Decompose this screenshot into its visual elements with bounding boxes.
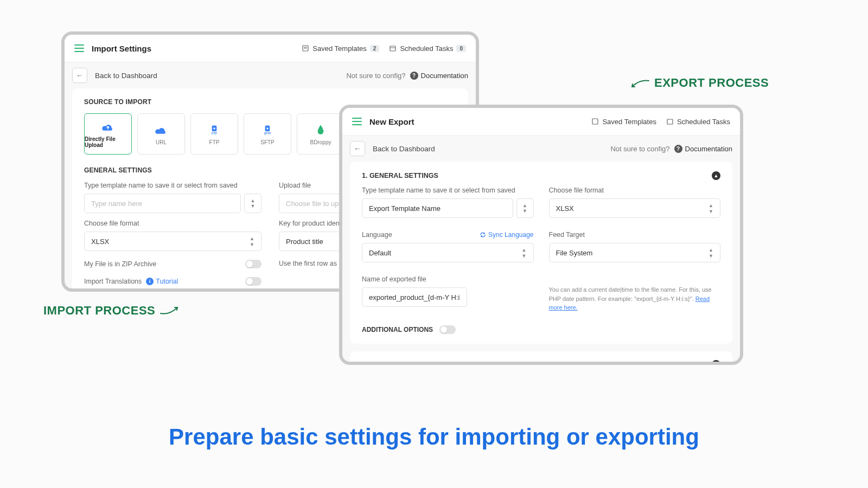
feed-target-label: Feed Target: [549, 231, 721, 239]
filename-helper: You can add a current date|time to the f…: [549, 285, 721, 312]
back-label[interactable]: Back to Dashboard: [95, 72, 157, 80]
section-1-label: 1. GENERAL SETTINGS: [362, 172, 438, 179]
export-title: New Export: [369, 117, 414, 126]
zip-toggle[interactable]: [245, 260, 261, 268]
collapse-button[interactable]: ▲: [712, 171, 720, 180]
back-button[interactable]: ←: [350, 141, 365, 156]
templates-count-badge: 2: [370, 45, 380, 52]
documentation-link[interactable]: ? Documentation: [674, 145, 732, 153]
help-icon: ?: [674, 145, 682, 153]
sync-icon: [480, 232, 486, 238]
source-direct-upload[interactable]: Directly File Upload: [84, 113, 132, 155]
template-icon: [591, 118, 599, 125]
template-dropdown-button[interactable]: ▲▼: [244, 194, 261, 213]
import-subbar: ← Back to Dashboard Not sure to config? …: [65, 62, 476, 88]
export-topbar: New Export Saved Templates Scheduled Tas…: [342, 108, 740, 136]
tasks-count-badge: 0: [456, 45, 466, 52]
filename-label: Name of exported file: [362, 275, 534, 283]
export-annotation: EXPORT PROCESS: [628, 76, 769, 90]
svg-rect-8: [592, 119, 598, 124]
import-annotation: IMPORT PROCESS: [43, 304, 181, 318]
template-name-input[interactable]: [84, 194, 241, 213]
sftp-icon: SFTP: [260, 123, 275, 135]
svg-point-6: [266, 127, 268, 129]
source-bdroppy[interactable]: BDroppy: [297, 113, 344, 155]
svg-point-3: [213, 127, 215, 129]
menu-icon[interactable]: [352, 118, 362, 125]
source-ftp[interactable]: FTP FTP: [190, 113, 238, 155]
additional-options-label: ADDITIONAL OPTIONS: [362, 326, 433, 333]
export-template-input[interactable]: [362, 198, 513, 218]
scheduled-tasks-link[interactable]: Scheduled Tasks 0: [389, 44, 466, 53]
menu-icon[interactable]: [74, 44, 84, 52]
tutorial-link[interactable]: Tutorial: [156, 278, 178, 285]
export-panel: New Export Saved Templates Scheduled Tas…: [339, 105, 743, 365]
bdroppy-icon: [314, 123, 328, 135]
config-hint: Not sure to config?: [346, 72, 405, 80]
cloud-link-icon: [154, 123, 168, 135]
arrow-icon: [628, 78, 650, 88]
zip-archive-label: My File is in ZIP Archive: [84, 260, 156, 268]
source-sftp[interactable]: SFTP SFTP: [244, 113, 291, 155]
arrow-icon: [159, 305, 181, 316]
sync-language-link[interactable]: Sync Language: [480, 231, 533, 239]
svg-rect-9: [667, 119, 673, 124]
help-icon: ?: [410, 72, 418, 80]
language-select[interactable]: Default ▲▼: [362, 243, 534, 262]
svg-rect-1: [390, 46, 395, 51]
source-url[interactable]: URL: [137, 113, 185, 155]
template-name-label: Type template name to save it or select …: [84, 182, 261, 189]
feed-target-select[interactable]: File System ▲▼: [549, 243, 721, 262]
calendar-icon: [666, 118, 674, 125]
import-title: Import Settings: [92, 44, 151, 53]
filename-input[interactable]: [362, 287, 467, 307]
chevron-icon: ▲▼: [522, 247, 527, 259]
documentation-link[interactable]: ? Documentation: [410, 72, 468, 80]
chevron-icon: ▲▼: [709, 247, 713, 259]
file-format-label: Choose file format: [84, 220, 261, 227]
headline: Prepare basic settings for importing or …: [0, 424, 868, 450]
language-label: Language: [362, 231, 392, 239]
export-format-select[interactable]: XLSX ▲▼: [549, 198, 721, 218]
ftp-icon: FTP: [207, 123, 221, 135]
saved-templates-link[interactable]: Saved Templates 2: [302, 44, 379, 53]
chevron-icon: ▲▼: [250, 236, 254, 247]
config-hint: Not sure to config?: [610, 145, 669, 153]
section-2-card[interactable]: 2. FILTER BY PRODUCTS (COLUMN FILTER) ▼: [350, 351, 732, 365]
saved-templates-link[interactable]: Saved Templates: [591, 118, 656, 126]
back-button[interactable]: ←: [72, 68, 87, 83]
export-subbar: ← Back to Dashboard Not sure to config? …: [342, 136, 740, 162]
import-translations-label: Import Translations: [84, 278, 142, 285]
template-dropdown-button[interactable]: ▲▼: [516, 198, 534, 218]
template-icon: [302, 44, 309, 52]
svg-text:SFTP: SFTP: [264, 132, 271, 134]
back-label[interactable]: Back to Dashboard: [373, 145, 435, 153]
file-format-select[interactable]: XLSX ▲▼: [84, 232, 261, 251]
cloud-upload-icon: [101, 120, 115, 132]
info-icon[interactable]: i: [146, 278, 154, 285]
export-template-label: Type template name to save it or select …: [362, 187, 534, 194]
import-topbar: Import Settings Saved Templates 2 Schedu…: [65, 35, 476, 62]
additional-options-toggle[interactable]: [439, 325, 456, 334]
calendar-icon: [389, 44, 397, 52]
export-general-card: 1. GENERAL SETTINGS ▲ Type template name…: [350, 162, 732, 344]
chevron-icon: ▲▼: [709, 203, 713, 214]
expand-button[interactable]: ▼: [712, 360, 720, 365]
svg-text:FTP: FTP: [212, 131, 218, 134]
scheduled-tasks-link[interactable]: Scheduled Tasks: [666, 118, 730, 126]
translations-toggle[interactable]: [245, 277, 261, 286]
export-format-label: Choose file format: [549, 187, 721, 194]
